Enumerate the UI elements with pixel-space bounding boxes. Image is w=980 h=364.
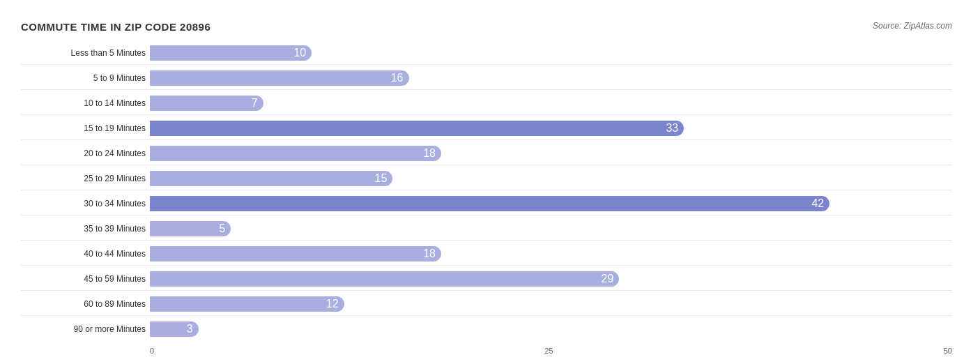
bar-area: 42 [150,194,952,213]
bar-row: 15 to 19 Minutes33 [21,116,952,140]
bar-area: 15 [150,169,952,188]
bar-fill: 16 [150,70,409,86]
bar-label: 10 to 14 Minutes [21,98,150,108]
bar-value: 18 [423,147,436,160]
bar-area: 16 [150,68,952,88]
bar-row: 25 to 29 Minutes15 [21,167,952,190]
chart-source: Source: ZipAtlas.com [873,21,952,31]
bar-fill: 15 [150,171,392,186]
bar-value: 42 [811,197,824,210]
bar-area: 10 [150,43,952,63]
bar-value: 29 [602,273,614,285]
bar-value: 33 [666,122,678,135]
bar-area: 33 [150,119,952,138]
axis-tick: 25 [544,347,553,355]
bar-label: 20 to 24 Minutes [21,149,150,158]
bar-value: 16 [391,72,404,84]
bar-label: 30 to 34 Minutes [21,199,150,208]
chart-body: Less than 5 Minutes105 to 9 Minutes1610 … [21,41,952,341]
bar-label: 90 or more Minutes [21,324,150,334]
bar-fill: 33 [150,121,684,136]
axis-tick: 50 [944,347,952,355]
bar-fill: 18 [150,246,441,261]
bar-row: 10 to 14 Minutes7 [21,91,952,115]
bar-fill: 29 [150,271,619,287]
bar-value: 7 [252,97,258,109]
bar-row: 90 or more Minutes3 [21,317,952,341]
bar-row: Less than 5 Minutes10 [21,41,952,65]
bar-row: 45 to 59 Minutes29 [21,267,952,291]
bar-fill: 3 [150,321,199,337]
bar-area: 7 [150,93,952,113]
bar-value: 18 [423,248,436,260]
bar-fill: 42 [150,196,829,211]
bar-area: 18 [150,244,952,264]
bar-fill: 12 [150,296,344,312]
bar-value: 15 [375,172,388,185]
axis-row: 02550 [21,344,952,355]
bar-row: 40 to 44 Minutes18 [21,242,952,266]
bar-label: Less than 5 Minutes [21,48,150,58]
bar-row: 60 to 89 Minutes12 [21,292,952,316]
bar-label: 25 to 29 Minutes [21,174,150,183]
bar-fill: 5 [150,221,231,236]
bar-value: 10 [293,47,306,59]
bar-label: 40 to 44 Minutes [21,249,150,259]
axis-labels: 02550 [150,344,952,355]
axis-tick: 0 [150,347,154,355]
bar-fill: 18 [150,146,441,161]
bar-fill: 10 [150,45,312,61]
bar-label: 5 to 9 Minutes [21,73,150,83]
chart-title: COMMUTE TIME IN ZIP CODE 20896 [21,21,210,33]
bar-row: 20 to 24 Minutes18 [21,142,952,165]
bar-row: 35 to 39 Minutes5 [21,217,952,241]
bar-area: 29 [150,269,952,289]
bar-label: 15 to 19 Minutes [21,123,150,133]
bar-area: 18 [150,144,952,163]
bar-label: 60 to 89 Minutes [21,299,150,309]
bar-label: 45 to 59 Minutes [21,274,150,284]
bar-value: 3 [187,323,193,335]
chart-header: COMMUTE TIME IN ZIP CODE 20896 Source: Z… [21,21,952,33]
bar-row: 30 to 34 Minutes42 [21,192,952,215]
bar-area: 12 [150,294,952,314]
bar-area: 3 [150,319,952,339]
bar-value: 5 [219,222,225,235]
bar-label: 35 to 39 Minutes [21,224,150,234]
chart-container: COMMUTE TIME IN ZIP CODE 20896 Source: Z… [14,14,966,362]
bar-row: 5 to 9 Minutes16 [21,66,952,90]
bar-value: 12 [326,298,339,310]
bar-fill: 7 [150,96,263,111]
bar-area: 5 [150,219,952,238]
